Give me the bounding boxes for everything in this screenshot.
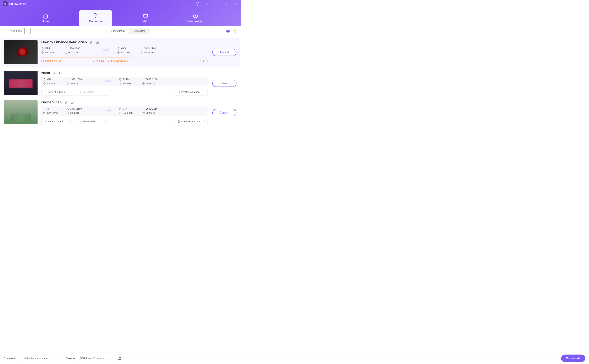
add-files-label: Add Files [11,29,22,32]
audio-track-dropdown[interactable]: Keep all audio tr... [41,89,74,96]
main-nav: Home Converter Editor Compressor [0,7,241,26]
tab-home[interactable]: Home [29,10,62,26]
thumbnail[interactable] [4,40,38,64]
duration-icon [65,51,67,54]
maximize-icon[interactable] [224,1,229,6]
resolution-icon [67,78,69,81]
size-icon [117,51,120,54]
play-icon [18,50,23,55]
audio-track-dropdown[interactable]: No audio track [41,118,74,125]
resolution-icon [67,108,69,110]
tab-converter[interactable]: Converter [79,10,112,26]
chevron-down-icon [203,120,206,123]
tab-compressor[interactable]: Compressor [179,10,212,26]
tab-editor-label: Editor [141,20,149,23]
duration-icon [142,112,145,114]
file-title: How to Enhance your Video [41,40,87,44]
svg-point-1 [197,3,198,4]
cancel-button[interactable]: Cancel [212,49,236,56]
thumbnail[interactable] [4,100,38,124]
chevron-down-icon [26,30,29,32]
tab-editor[interactable]: Editor [129,10,162,26]
audio-icon [44,91,46,93]
compressor-icon [193,13,198,19]
file-info-icon[interactable] [59,71,62,75]
progress-gpu: GPU: Intel(R) UHD Graphics 630 [93,59,128,62]
editor-icon [143,13,148,19]
edit-title-icon[interactable] [90,41,93,44]
resolution-icon [141,47,143,50]
add-files-dropdown[interactable] [24,28,31,34]
chevron-down-icon [105,120,107,123]
svg-rect-6 [226,3,227,5]
file-icon [43,108,46,110]
file-item: How to Enhance your Video MP4 1920*1080 … [1,38,240,67]
minimize-icon[interactable] [214,1,219,6]
tab-converter-label: Converter [89,20,102,23]
subtab-converted[interactable]: Converted [130,28,150,34]
edit-title-icon[interactable] [64,101,68,104]
app-header: U HitPaw Univd Home Converter Editor Com… [0,0,241,26]
output-format-dropdown[interactable]: ProRes-4K video [175,89,208,96]
home-icon [43,13,49,19]
svg-text:on: on [235,32,236,33]
subtitle-dropdown[interactable]: No subtitles [76,118,109,125]
file-list: How to Enhance your Video MP4 1920*1080 … [0,36,241,136]
file-icon [41,47,44,50]
output-format-dropdown[interactable]: MP4-Same as so... [175,118,208,125]
edit-title-icon[interactable] [53,71,56,75]
chevron-down-icon [105,91,107,93]
lightning-icon[interactable]: on [233,29,237,33]
duration-icon [142,82,145,85]
plus-icon [7,30,9,32]
svg-text:on: on [227,32,229,33]
app-logo-icon: U [3,1,7,6]
size-icon [43,82,46,85]
resolution-icon [142,108,145,110]
subtitle-icon [78,120,81,123]
file-icon [119,108,121,110]
audio-icon [44,120,46,123]
user-icon[interactable] [195,1,200,6]
size-icon [119,112,121,114]
add-files-group: Add Files [4,28,31,34]
thumbnail[interactable] [4,71,38,95]
file-item-body: Drone Video MP4 3840*2160 100.44MB 00:00… [41,100,208,125]
add-files-button[interactable]: Add Files [4,28,24,34]
file-icon [117,47,120,50]
arrow-icon [103,47,110,53]
close-icon[interactable] [234,1,238,6]
hamburger-menu-icon[interactable] [205,1,209,6]
svg-rect-16 [227,30,228,32]
file-info-icon[interactable] [70,101,74,104]
hardware-accel-icon[interactable]: on [226,29,230,33]
resolution-icon [142,78,145,81]
file-title: Drone Video [41,100,61,104]
size-icon [119,82,121,85]
tab-compressor-label: Compressor [187,20,204,23]
convert-button[interactable]: Convert [212,80,236,87]
app-title: HitPaw Univd [9,2,26,5]
size-icon [41,51,44,54]
duration-icon [141,51,143,54]
duration-icon [67,112,69,114]
file-item: Neon MP4 1920*1080 8.41MB 00:00:13 [4,68,237,98]
sub-tabs: Converting(3) Converted [106,28,150,34]
subtitle-dropdown[interactable]: No subtitles [76,89,109,96]
progress-area: Remaining: 00 : 28 GPU: Intel(R) UHD Gra… [41,57,208,62]
file-title: Neon [41,71,50,75]
file-item-body: How to Enhance your Video MP4 1920*1080 … [41,40,208,64]
progress-percent: 54% [203,59,208,62]
progress-bar [41,57,208,58]
file-icon [177,120,180,123]
subtab-converting[interactable]: Converting(3) [107,28,129,34]
file-icon [43,78,46,81]
chevron-down-icon [70,120,72,123]
subtitle-icon [78,91,81,93]
resolution-icon [65,47,67,50]
toolbar-right: on on [226,29,237,33]
size-icon [43,112,46,114]
arrow-icon [105,78,112,84]
file-info-icon[interactable] [96,41,99,44]
convert-button[interactable]: Convert [212,109,236,116]
